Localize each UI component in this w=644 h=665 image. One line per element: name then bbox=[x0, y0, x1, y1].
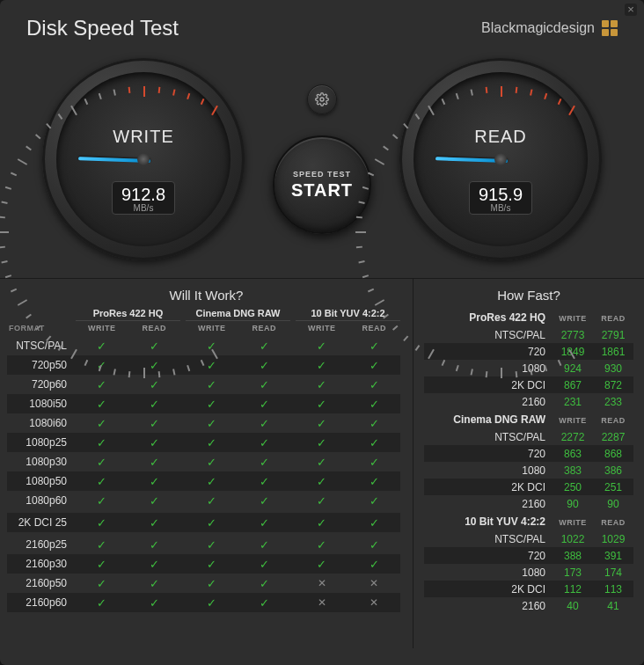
check-icon: ✓ bbox=[238, 577, 291, 590]
format-label: 2160p50 bbox=[7, 577, 76, 589]
read-frames: 386 bbox=[593, 464, 633, 477]
start-button-pretext: SPEED TEST bbox=[293, 170, 351, 179]
fast-row: 1080383386 bbox=[424, 462, 633, 479]
format-label: 2160p25 bbox=[7, 538, 76, 551]
check-icon: ✓ bbox=[186, 538, 238, 552]
write-gauge: WRITE 912.8 MB/s bbox=[42, 58, 245, 260]
fast-group: ProRes 422 HQWRITEREADNTSC/PAL2773279172… bbox=[424, 311, 633, 410]
gauges-area: WRITE 912.8 MB/s SPEED TEST START bbox=[0, 49, 644, 279]
check-icon: ✓ bbox=[238, 436, 291, 449]
table-row: 1080p60✓✓✓✓✓✓ bbox=[7, 491, 400, 510]
fast-row: 720388391 bbox=[424, 547, 633, 564]
check-icon: ✓ bbox=[76, 558, 128, 571]
check-icon: ✓ bbox=[76, 538, 128, 552]
write-frames: 112 bbox=[553, 583, 593, 596]
format-label: 2K DCI bbox=[424, 379, 553, 391]
check-icon: ✓ bbox=[238, 558, 291, 571]
format-label: NTSC/PAL bbox=[424, 329, 553, 341]
read-gauge-label: READ bbox=[413, 127, 588, 147]
settings-button[interactable] bbox=[307, 84, 337, 114]
read-frames: 90 bbox=[593, 498, 633, 510]
fast-row: NTSC/PAL10221029 bbox=[424, 530, 633, 547]
app-window: × Disk Speed Test Blackmagicdesign WRITE… bbox=[0, 0, 644, 665]
fast-row: 720863868 bbox=[424, 445, 633, 462]
group-name: Cinema DNG RAW bbox=[424, 413, 553, 426]
check-icon: ✓ bbox=[186, 398, 238, 411]
check-icon: ✓ bbox=[186, 417, 238, 430]
group-name: 10 Bit YUV 4:2:2 bbox=[424, 515, 553, 528]
start-button-text: START bbox=[291, 180, 353, 201]
check-icon: ✓ bbox=[348, 558, 401, 571]
table-row: 2160p25✓✓✓✓✓✓ bbox=[7, 535, 400, 554]
check-icon: ✓ bbox=[186, 558, 238, 571]
check-icon: ✓ bbox=[186, 494, 238, 508]
check-icon: ✓ bbox=[348, 378, 401, 391]
write-frames: 40 bbox=[553, 600, 593, 612]
fast-row: 21604041 bbox=[424, 597, 633, 614]
check-icon: ✓ bbox=[128, 577, 181, 590]
brand-icon bbox=[602, 20, 618, 36]
codec-header: ProRes 422 HQ bbox=[76, 308, 180, 321]
format-label: 2160 bbox=[424, 600, 553, 612]
table-row: 2160p50✓✓✓✓✕✕ bbox=[7, 574, 400, 593]
write-frames: 2272 bbox=[553, 431, 593, 443]
format-label: 2K DCI 25 bbox=[7, 516, 76, 529]
check-icon: ✓ bbox=[128, 516, 181, 530]
format-label: 2K DCI bbox=[424, 481, 553, 493]
start-button[interactable]: SPEED TEST START bbox=[273, 135, 371, 234]
check-icon: ✓ bbox=[238, 516, 291, 530]
check-icon: ✓ bbox=[296, 340, 348, 353]
wr-header: WRITE bbox=[76, 324, 128, 332]
check-icon: ✓ bbox=[348, 398, 401, 411]
format-label: 2K DCI bbox=[424, 583, 553, 596]
wr-header: READ bbox=[593, 518, 633, 527]
write-frames: 90 bbox=[553, 498, 593, 510]
read-frames: 930 bbox=[593, 362, 633, 375]
close-button[interactable]: × bbox=[625, 4, 637, 16]
write-frames: 1022 bbox=[553, 533, 593, 545]
check-icon: ✓ bbox=[128, 417, 181, 430]
format-label: 1080p50 bbox=[7, 475, 76, 487]
table-row: 2K DCI 25✓✓✓✓✓✓ bbox=[7, 513, 400, 532]
format-header: FORMAT bbox=[7, 324, 76, 332]
check-icon: ✓ bbox=[296, 378, 348, 391]
format-label: 1080 bbox=[424, 566, 553, 579]
check-icon: ✓ bbox=[238, 538, 291, 552]
write-frames: 250 bbox=[553, 481, 593, 493]
group-name: ProRes 422 HQ bbox=[424, 311, 553, 324]
format-label: 720 bbox=[424, 448, 553, 460]
read-frames: 391 bbox=[593, 550, 633, 562]
will-title: Will It Work? bbox=[0, 279, 413, 308]
check-icon: ✓ bbox=[128, 596, 181, 610]
check-icon: ✓ bbox=[76, 398, 128, 411]
read-readout: 915.9 MB/s bbox=[469, 181, 532, 215]
will-it-work-panel: Will It Work? ProRes 422 HQCinema DNG RA… bbox=[0, 279, 413, 648]
x-icon: ✕ bbox=[296, 577, 348, 589]
table-row: 1080p50✓✓✓✓✓✓ bbox=[7, 471, 400, 491]
format-label: 720p60 bbox=[7, 378, 76, 391]
wr-header: WRITE bbox=[553, 314, 593, 323]
format-label: 1080i50 bbox=[7, 398, 76, 410]
check-icon: ✓ bbox=[186, 378, 238, 391]
check-icon: ✓ bbox=[186, 516, 238, 530]
fast-title: How Fast? bbox=[413, 279, 644, 308]
check-icon: ✓ bbox=[296, 359, 348, 372]
write-readout: 912.8 MB/s bbox=[112, 181, 175, 215]
check-icon: ✓ bbox=[76, 596, 128, 610]
check-icon: ✓ bbox=[296, 475, 348, 488]
fast-row: 2K DCI112113 bbox=[424, 581, 633, 597]
lower-panels: Will It Work? ProRes 422 HQCinema DNG RA… bbox=[0, 279, 644, 648]
app-title: Disk Speed Test bbox=[26, 16, 179, 40]
check-icon: ✓ bbox=[238, 340, 291, 353]
check-icon: ✓ bbox=[348, 417, 401, 430]
fast-group: 10 Bit YUV 4:2:2WRITEREADNTSC/PAL1022102… bbox=[424, 515, 633, 614]
table-row: 2160p30✓✓✓✓✓✓ bbox=[7, 554, 400, 574]
codec-header: 10 Bit YUV 4:2:2 bbox=[296, 308, 400, 321]
check-icon: ✓ bbox=[238, 359, 291, 372]
fast-row: NTSC/PAL27732791 bbox=[424, 326, 633, 343]
x-icon: ✕ bbox=[348, 577, 401, 589]
check-icon: ✓ bbox=[348, 494, 401, 508]
check-icon: ✓ bbox=[348, 359, 401, 372]
check-icon: ✓ bbox=[238, 475, 291, 488]
write-frames: 231 bbox=[553, 396, 593, 408]
